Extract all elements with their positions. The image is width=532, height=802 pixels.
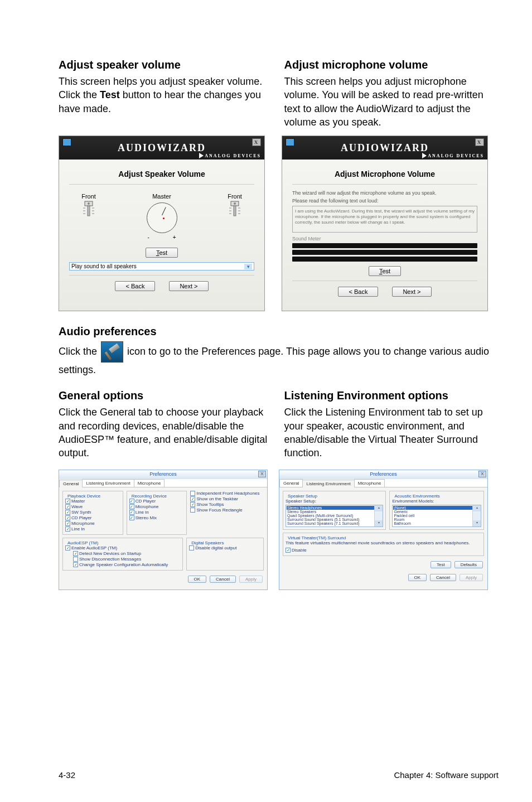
close-icon[interactable]: X xyxy=(475,138,484,146)
tab-general[interactable]: General xyxy=(59,480,83,487)
svg-point-10 xyxy=(234,202,236,205)
adjust-mic-heading: Adjust microphone volume xyxy=(284,59,499,71)
audio-prefs-text: Click the icon to go to the Preferences … xyxy=(59,341,499,377)
close-icon[interactable]: X xyxy=(258,471,266,477)
tab-microphone[interactable]: Microphone xyxy=(354,479,385,487)
brand-text: ANALOG DEVICES xyxy=(205,153,261,158)
label: Disable xyxy=(292,548,307,553)
list-item[interactable]: Stereo Speakers xyxy=(287,510,382,514)
apply-button[interactable]: Apply xyxy=(239,576,263,583)
list-item[interactable]: Room xyxy=(393,518,480,521)
test-word: Test xyxy=(100,89,120,100)
list-item[interactable]: ✓Line In xyxy=(65,526,120,532)
list-item[interactable]: Generic xyxy=(393,510,480,514)
list-item[interactable]: Independent Front Headphones xyxy=(190,491,264,496)
general-options-text: Click the General tab to choose your pla… xyxy=(59,405,273,460)
cancel-button[interactable]: Cancel xyxy=(210,576,236,583)
list-item[interactable]: Stereo Headphones xyxy=(287,506,382,510)
sound-meter-bar xyxy=(292,243,477,248)
test-button[interactable]: Test xyxy=(146,248,178,258)
adjust-speaker-text: This screen helps you adjust speaker vol… xyxy=(59,75,273,115)
dialog-title: AUDIOWIZARD xyxy=(118,142,206,154)
label: Front xyxy=(80,193,97,200)
sound-meter-bar xyxy=(292,250,477,255)
label: Microphone xyxy=(136,504,159,509)
disable-digital-check[interactable]: Disable digital output xyxy=(189,545,261,550)
label: Master xyxy=(71,499,85,504)
list-item[interactable]: Quad Speakers (Multi-drive Surround) xyxy=(287,514,382,518)
list-item[interactable]: ✓CD Player xyxy=(65,515,120,520)
list-item[interactable]: ✓Show Tooltips xyxy=(190,502,264,507)
scrollbar[interactable]: ▴▾ xyxy=(472,505,481,526)
acoustic-listbox[interactable]: (None) Generic Padded cell Room Bathroom… xyxy=(392,505,481,527)
audiowizard-mic-dialog: AUDIOWIZARD X ANALOG DEVICES Adjust Micr… xyxy=(282,136,488,311)
label: Detect New Devices on Startup xyxy=(79,551,141,556)
defaults-button[interactable]: Defaults xyxy=(454,561,483,568)
list-item[interactable]: ✓SW Synth xyxy=(65,510,120,515)
ok-button[interactable]: OK xyxy=(408,574,427,581)
tab-listening[interactable]: Listening Environment xyxy=(82,479,134,487)
label: CD Player xyxy=(136,499,156,504)
mic-sample-text: I am using the AudioWizard. During this … xyxy=(292,206,477,233)
cancel-button[interactable]: Cancel xyxy=(430,574,456,581)
close-icon[interactable]: X xyxy=(478,471,486,477)
acoustic-label: Environment Models: xyxy=(392,499,481,504)
list-item[interactable]: ✓Show on the Taskbar xyxy=(190,496,264,501)
list-item[interactable]: Show Disconnection Messages xyxy=(73,557,180,562)
titlebar-left-icon xyxy=(286,138,294,146)
svg-rect-2 xyxy=(88,206,90,216)
enable-audioesp-check[interactable]: ✓Enable AudioESP (TM) xyxy=(65,545,180,550)
play-sound-select[interactable]: Play sound to all speakers ▾ xyxy=(69,262,254,270)
dialog-subtitle: Adjust Microphone Volume xyxy=(292,165,477,185)
brand-text: ANALOG DEVICES xyxy=(428,153,484,158)
close-icon[interactable]: X xyxy=(252,138,261,146)
back-button[interactable]: < Back xyxy=(115,281,155,291)
test-button[interactable]: Test xyxy=(369,266,401,276)
label: Microphone xyxy=(71,521,95,526)
label: Stereo Mix xyxy=(136,515,157,520)
label: Show Tooltips xyxy=(196,502,224,507)
list-item[interactable]: ✓Line In xyxy=(129,510,185,515)
list-item[interactable]: ✓Change Speaker Configuration Automatica… xyxy=(73,562,180,567)
dialog-title: Preferences xyxy=(370,471,397,477)
dialog-titlebar: AUDIOWIZARD X ANALOG DEVICES xyxy=(282,136,487,160)
sound-meter-label: Sound Meter xyxy=(292,236,477,241)
test-button-rest: est xyxy=(159,249,167,256)
master-label: Master xyxy=(147,193,177,200)
list-item[interactable]: ✓Microphone xyxy=(65,521,120,526)
brand-label: ANALOG DEVICES xyxy=(199,153,261,158)
tab-microphone[interactable]: Microphone xyxy=(134,479,165,487)
list-item[interactable]: Bathroom xyxy=(393,521,480,525)
list-item[interactable]: ✓Stereo Mix xyxy=(129,515,185,520)
label: Disable digital output xyxy=(195,545,236,550)
tab-general[interactable]: General xyxy=(279,479,303,487)
test-button[interactable]: Test xyxy=(431,561,451,568)
apply-button[interactable]: Apply xyxy=(460,574,483,581)
list-item[interactable]: ✓Microphone xyxy=(129,504,185,509)
disable-virtual-check[interactable]: ✓Disable xyxy=(286,548,481,553)
speaker-setup-listbox[interactable]: Stereo Headphones Stereo Speakers Quad S… xyxy=(286,505,383,527)
plus-label: + xyxy=(173,234,176,240)
hammer-icon xyxy=(101,341,123,363)
scrollbar[interactable]: ▴▾ xyxy=(374,505,383,526)
list-item[interactable]: Surround Sound Speakers (5.1 Surround) xyxy=(287,518,382,521)
list-item[interactable]: ✓CD Player xyxy=(129,499,185,504)
list-item[interactable]: (None) xyxy=(393,506,480,510)
label: Independent Front Headphones xyxy=(196,491,259,496)
preferences-general-dialog: Preferences X General Listening Environm… xyxy=(59,470,268,590)
ok-button[interactable]: OK xyxy=(188,576,207,583)
tab-listening[interactable]: Listening Environment xyxy=(302,480,354,487)
list-item[interactable]: Surround Sound Speakers (7.1 Surround) xyxy=(287,521,382,525)
back-button[interactable]: < Back xyxy=(338,287,378,297)
next-button[interactable]: Next > xyxy=(169,281,208,291)
volume-knob[interactable] xyxy=(147,202,177,233)
label: Show Disconnection Messages xyxy=(79,557,141,562)
list-item[interactable]: ✓Master xyxy=(65,499,120,504)
listening-env-heading: Listening Environment options xyxy=(284,389,499,402)
list-item[interactable]: Show Focus Rectangle xyxy=(190,508,264,513)
list-item[interactable]: Padded cell xyxy=(393,514,480,518)
list-item[interactable]: ✓Wave xyxy=(65,504,120,509)
select-value: Play sound to all speakers xyxy=(71,263,137,269)
list-item[interactable]: ✓Detect New Devices on Startup xyxy=(73,551,180,556)
next-button[interactable]: Next > xyxy=(392,287,431,297)
